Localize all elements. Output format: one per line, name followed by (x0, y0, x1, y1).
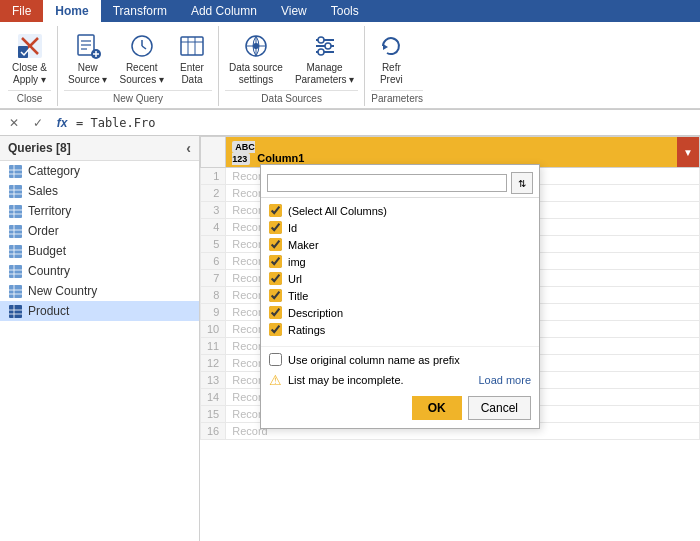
recent-sources-label: RecentSources ▾ (119, 62, 163, 86)
dropdown-checkbox-2[interactable] (269, 238, 282, 251)
close-apply-label: Close &Apply ▾ (12, 62, 47, 86)
queries-header-label: Queries [8] (8, 141, 71, 155)
close-group-label: Close (8, 90, 51, 104)
new-source-button[interactable]: NewSource ▾ (64, 28, 111, 88)
dropdown-checkbox-7[interactable] (269, 323, 282, 336)
row-number: 13 (201, 372, 226, 389)
refresh-preview-button[interactable]: RefrPrevi (371, 28, 411, 88)
sidebar-item-sales[interactable]: Sales (0, 181, 199, 201)
sidebar-item-cattegory[interactable]: Cattegory (0, 161, 199, 181)
ok-button[interactable]: OK (412, 396, 462, 420)
close-apply-icon (14, 30, 46, 62)
enter-data-button[interactable]: EnterData (172, 28, 212, 88)
svg-rect-14 (181, 37, 203, 55)
formula-confirm-button[interactable]: ✓ (28, 113, 48, 133)
sidebar-collapse-button[interactable]: ‹ (186, 140, 191, 156)
sidebar-item-label: Order (28, 224, 59, 238)
table-icon (8, 264, 22, 278)
dropdown-item-1[interactable]: Id (269, 219, 531, 236)
row-number: 3 (201, 202, 226, 219)
ribbon-group-data-sources: Data sourcesettings ManageParamete (219, 26, 365, 106)
dropdown-item-label-7: Ratings (288, 324, 325, 336)
dropdown-checkbox-0[interactable] (269, 204, 282, 217)
row-number: 5 (201, 236, 226, 253)
parameters-group-label: Parameters (371, 90, 423, 104)
dropdown-list: (Select All Columns) Id Maker img Url Ti… (261, 198, 539, 342)
row-number: 9 (201, 304, 226, 321)
table-icon (8, 304, 22, 318)
sidebar-item-label: Territory (28, 204, 71, 218)
column-filter-button[interactable]: ▼ (677, 137, 699, 167)
sidebar-item-territory[interactable]: Territory (0, 201, 199, 221)
ribbon: File Home Transform Add Column View Tool… (0, 0, 700, 110)
sidebar: Queries [8] ‹ Cattegory Sales Territory … (0, 136, 200, 541)
dropdown-search-input[interactable] (267, 174, 507, 192)
sidebar-item-new-country[interactable]: New Country (0, 281, 199, 301)
ribbon-tab-bar: File Home Transform Add Column View Tool… (0, 0, 700, 22)
dropdown-item-label-1: Id (288, 222, 297, 234)
sidebar-item-budget[interactable]: Budget (0, 241, 199, 261)
main-area: Queries [8] ‹ Cattegory Sales Territory … (0, 136, 700, 541)
cancel-button[interactable]: Cancel (468, 396, 531, 420)
dropdown-item-3[interactable]: img (269, 253, 531, 270)
sidebar-item-label: Product (28, 304, 69, 318)
formula-bar: ✕ ✓ fx (0, 110, 700, 136)
ribbon-body: Close &Apply ▾ Close (0, 22, 700, 109)
sidebar-item-country[interactable]: Country (0, 261, 199, 281)
prefix-checkbox[interactable] (269, 353, 282, 366)
dropdown-btn-row: OK Cancel (261, 392, 539, 424)
dropdown-checkbox-6[interactable] (269, 306, 282, 319)
table-icon (8, 224, 22, 238)
new-source-icon (72, 30, 104, 62)
sidebar-item-label: Country (28, 264, 70, 278)
tab-tools[interactable]: Tools (319, 0, 371, 22)
column1-name: Column1 (257, 152, 304, 164)
tab-add-column[interactable]: Add Column (179, 0, 269, 22)
sidebar-item-product[interactable]: Product (0, 301, 199, 321)
warning-text: List may be incomplete. (288, 374, 404, 386)
ribbon-group-new-query: NewSource ▾ RecentSources ▾ (58, 26, 219, 106)
dropdown-checkbox-1[interactable] (269, 221, 282, 234)
dropdown-item-4[interactable]: Url (269, 270, 531, 287)
recent-sources-button[interactable]: RecentSources ▾ (115, 28, 167, 88)
tab-home[interactable]: Home (43, 0, 100, 22)
dropdown-panel: ⇅ (Select All Columns) Id Maker img Url … (260, 164, 540, 429)
dropdown-checkbox-5[interactable] (269, 289, 282, 302)
row-number: 2 (201, 185, 226, 202)
data-source-settings-button[interactable]: Data sourcesettings (225, 28, 287, 88)
new-source-label: NewSource ▾ (68, 62, 107, 86)
dropdown-sort-button[interactable]: ⇅ (511, 172, 533, 194)
dropdown-item-label-3: img (288, 256, 306, 268)
svg-point-25 (318, 37, 324, 43)
svg-rect-29 (9, 165, 22, 178)
close-apply-button[interactable]: Close &Apply ▾ (8, 28, 51, 88)
dropdown-checkbox-3[interactable] (269, 255, 282, 268)
dropdown-item-7[interactable]: Ratings (269, 321, 531, 338)
formula-fx-button[interactable]: fx (52, 113, 72, 133)
dropdown-item-2[interactable]: Maker (269, 236, 531, 253)
svg-rect-33 (9, 185, 22, 198)
warning-row: ⚠ List may be incomplete. Load more (261, 368, 539, 392)
formula-input[interactable] (76, 116, 696, 130)
recent-sources-icon (126, 30, 158, 62)
manage-parameters-button[interactable]: ManageParameters ▾ (291, 28, 358, 88)
row-number: 10 (201, 321, 226, 338)
svg-rect-41 (9, 225, 22, 238)
data-area: ABC123 Column1 ▼ 1 Record2 Record3 Recor… (200, 136, 700, 541)
new-query-group-label: New Query (64, 90, 212, 104)
dropdown-item-5[interactable]: Title (269, 287, 531, 304)
manage-parameters-label: ManageParameters ▾ (295, 62, 354, 86)
tab-file[interactable]: File (0, 0, 43, 22)
dropdown-item-6[interactable]: Description (269, 304, 531, 321)
row-number: 14 (201, 389, 226, 406)
formula-cancel-button[interactable]: ✕ (4, 113, 24, 133)
load-more-link[interactable]: Load more (478, 374, 531, 386)
row-number: 7 (201, 270, 226, 287)
tab-transform[interactable]: Transform (101, 0, 179, 22)
dropdown-item-0[interactable]: (Select All Columns) (269, 202, 531, 219)
warning-icon: ⚠ (269, 372, 282, 388)
sidebar-item-order[interactable]: Order (0, 221, 199, 241)
tab-view[interactable]: View (269, 0, 319, 22)
dropdown-checkbox-4[interactable] (269, 272, 282, 285)
dropdown-item-label-5: Title (288, 290, 308, 302)
